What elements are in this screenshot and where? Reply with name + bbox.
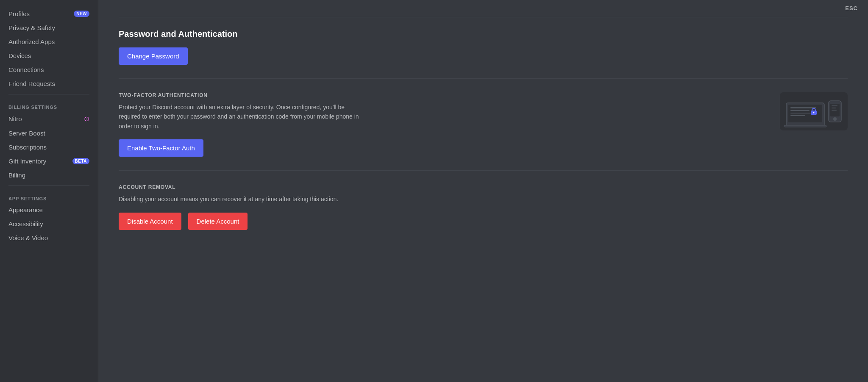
sidebar-item-server-boost[interactable]: Server Boost	[3, 126, 95, 140]
svg-rect-11	[832, 110, 837, 111]
billing-settings-header: BILLING SETTINGS	[3, 98, 95, 111]
svg-rect-3	[790, 110, 810, 111]
sidebar-item-label: Voice & Video	[8, 234, 48, 241]
sidebar-item-label: Privacy & Safety	[8, 24, 55, 31]
page-title: Password and Authentication	[119, 29, 848, 39]
badge-beta: BETA	[72, 158, 89, 164]
sidebar-divider-1	[8, 94, 89, 94]
section-divider-1	[119, 78, 848, 79]
account-removal-header: ACCOUNT REMOVAL	[119, 184, 848, 190]
sidebar-item-gift-inventory[interactable]: Gift Inventory BETA	[3, 154, 95, 168]
sidebar-item-label: Server Boost	[8, 130, 45, 137]
two-fa-text: TWO-FACTOR AUTHENTICATION Protect your D…	[119, 92, 770, 157]
sidebar-item-appearance[interactable]: Appearance	[3, 203, 95, 217]
svg-rect-10	[832, 108, 836, 108]
sidebar-item-authorized-apps[interactable]: Authorized Apps	[3, 35, 95, 49]
svg-rect-9	[832, 105, 837, 106]
main-content: ESC Password and Authentication Change P…	[98, 0, 868, 382]
svg-point-12	[833, 117, 837, 121]
sidebar-item-label: Friend Requests	[8, 80, 55, 87]
sidebar-section-user-settings: Profiles NEW Privacy & Safety Authorized…	[3, 7, 95, 91]
two-fa-description: Protect your Discord account with an ext…	[119, 102, 364, 131]
svg-point-14	[813, 112, 815, 113]
password-section: Change Password	[119, 47, 848, 65]
two-fa-header: TWO-FACTOR AUTHENTICATION	[119, 92, 770, 98]
sidebar-item-friend-requests[interactable]: Friend Requests	[3, 77, 95, 91]
sidebar-item-privacy-safety[interactable]: Privacy & Safety	[3, 21, 95, 35]
account-removal-description: Disabling your account means you can rec…	[119, 194, 364, 204]
sidebar-item-voice-video[interactable]: Voice & Video	[3, 231, 95, 245]
two-fa-illustration	[780, 92, 848, 130]
sidebar-item-label: Gift Inventory	[8, 158, 46, 165]
two-fa-row: TWO-FACTOR AUTHENTICATION Protect your D…	[119, 92, 848, 157]
account-removal-buttons: Disable Account Delete Account	[119, 213, 848, 230]
sidebar: Profiles NEW Privacy & Safety Authorized…	[0, 0, 98, 382]
sidebar-item-billing[interactable]: Billing	[3, 168, 95, 182]
sidebar-section-billing: BILLING SETTINGS Nitro ⊙ Server Boost Su…	[3, 98, 95, 182]
sidebar-item-label: Connections	[8, 66, 44, 73]
sidebar-item-label: Devices	[8, 52, 31, 59]
top-divider	[119, 17, 848, 17]
sidebar-section-app: APP SETTINGS Appearance Accessibility Vo…	[3, 189, 95, 245]
disable-account-button[interactable]: Disable Account	[119, 213, 181, 230]
app-settings-header: APP SETTINGS	[3, 189, 95, 203]
sidebar-item-label: Profiles	[8, 10, 30, 17]
sidebar-item-devices[interactable]: Devices	[3, 49, 95, 63]
svg-rect-5	[790, 115, 805, 116]
sidebar-divider-2	[8, 185, 89, 186]
sidebar-item-label: Subscriptions	[8, 144, 47, 151]
svg-rect-6	[784, 125, 826, 127]
sidebar-item-label: Appearance	[8, 206, 43, 213]
sidebar-item-subscriptions[interactable]: Subscriptions	[3, 140, 95, 154]
nitro-icon: ⊙	[84, 115, 89, 123]
svg-rect-4	[790, 113, 812, 113]
sidebar-item-label: Nitro	[8, 115, 22, 122]
sidebar-item-label: Billing	[8, 172, 25, 179]
two-fa-section: TWO-FACTOR AUTHENTICATION Protect your D…	[119, 92, 848, 157]
change-password-button[interactable]: Change Password	[119, 47, 188, 65]
sidebar-item-accessibility[interactable]: Accessibility	[3, 217, 95, 231]
badge-new: NEW	[74, 11, 89, 17]
account-removal-section: ACCOUNT REMOVAL Disabling your account m…	[119, 184, 848, 230]
sidebar-item-nitro[interactable]: Nitro ⊙	[3, 111, 95, 126]
enable-two-fa-button[interactable]: Enable Two-Factor Auth	[119, 139, 203, 157]
delete-account-button[interactable]: Delete Account	[188, 213, 248, 230]
sidebar-item-connections[interactable]: Connections	[3, 63, 95, 77]
sidebar-item-profiles[interactable]: Profiles NEW	[3, 7, 95, 21]
section-divider-2	[119, 170, 848, 171]
esc-button[interactable]: ESC	[845, 5, 858, 11]
sidebar-item-label: Authorized Apps	[8, 38, 55, 45]
svg-rect-2	[790, 107, 816, 108]
sidebar-item-label: Accessibility	[8, 220, 43, 227]
